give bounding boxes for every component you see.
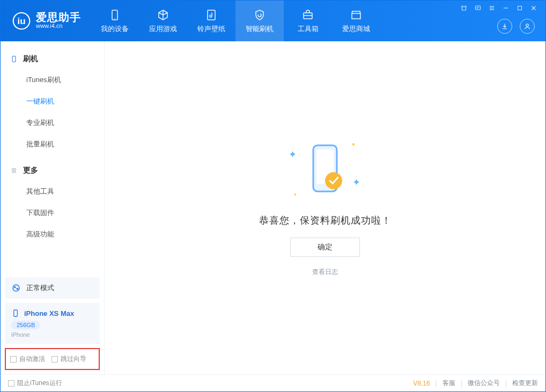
check-update-link[interactable]: 检查更新 [512,379,538,388]
app-url: www.i4.cn [36,23,81,29]
ok-button[interactable]: 确定 [290,238,360,257]
wechat-link[interactable]: 微信公众号 [468,379,500,388]
sidebar-item-batch-flash[interactable]: 批量刷机 [1,134,104,155]
close-icon[interactable] [529,4,538,12]
tab-my-device[interactable]: 我的设备 [91,1,139,41]
svg-rect-6 [475,6,480,10]
svg-point-3 [114,18,115,19]
options-highlight-box: 自动激活 跳过向导 [5,348,100,370]
minimize-icon[interactable] [501,4,510,12]
sidebar-section-flash: 刷机 [1,49,104,69]
tab-store[interactable]: 爱思商城 [332,1,380,41]
tab-apps-games[interactable]: 应用游戏 [139,1,187,41]
view-log-link[interactable]: 查看日志 [312,268,338,277]
logo: iu 爱思助手 www.i4.cn [1,12,91,30]
checkbox-block-itunes[interactable]: 阻止iTunes运行 [8,379,62,388]
store-icon [350,9,363,21]
app-header: iu 爱思助手 www.i4.cn 我的设备 应用游戏 铃声壁纸 智能刷机 工具… [1,1,545,41]
device-type: iPhone [11,331,93,338]
svg-rect-4 [208,10,215,20]
checkbox-skip-guide[interactable]: 跳过向导 [51,354,86,364]
checkbox-auto-activate[interactable]: 自动激活 [10,354,45,364]
device-capacity: 256GB [11,321,40,329]
music-file-icon [205,9,218,21]
svg-rect-9 [12,56,16,62]
list-icon [10,167,18,174]
svg-point-12 [17,288,18,289]
feedback-icon[interactable] [474,4,482,12]
svg-rect-13 [14,310,18,316]
sidebar-item-onekey-flash[interactable]: 一键刷机 [1,91,104,112]
svg-point-8 [526,24,529,27]
mode-card[interactable]: 正常模式 [5,277,100,299]
cube-icon [157,9,169,21]
device-icon [11,309,20,317]
sidebar-item-download-firmware[interactable]: 下载固件 [1,202,104,224]
sidebar: 刷机 iTunes刷机 一键刷机 专业刷机 批量刷机 更多 其他工具 下载固件 … [1,41,105,374]
svg-text:iu: iu [17,16,25,26]
maximize-icon[interactable] [515,4,524,12]
app-body: 刷机 iTunes刷机 一键刷机 专业刷机 批量刷机 更多 其他工具 下载固件 … [1,41,545,374]
tab-ringtones[interactable]: 铃声壁纸 [187,1,235,41]
version-label: V8.16 [413,380,430,387]
tab-smart-flash[interactable]: 智能刷机 [235,1,284,41]
device-icon [108,9,121,21]
svg-point-10 [13,285,19,291]
main-tabs: 我的设备 应用游戏 铃声壁纸 智能刷机 工具箱 爱思商城 [91,1,380,41]
sidebar-item-advanced[interactable]: 高级功能 [1,224,104,245]
sidebar-item-pro-flash[interactable]: 专业刷机 [1,112,104,134]
svg-point-11 [14,286,16,287]
sidebar-item-itunes-flash[interactable]: iTunes刷机 [1,69,104,91]
logo-icon: iu [12,12,31,30]
menu-icon[interactable] [488,4,496,12]
tab-toolbox[interactable]: 工具箱 [284,1,332,41]
user-button[interactable] [520,19,535,34]
sidebar-item-other-tools[interactable]: 其他工具 [1,181,104,202]
app-name: 爱思助手 [36,12,81,23]
phone-icon [10,55,18,63]
success-illustration: ✦ ● ● ✦ [293,139,357,203]
refresh-shield-icon [253,9,266,21]
download-button[interactable] [497,19,512,34]
device-name: iPhone XS Max [24,309,74,317]
success-message: 恭喜您，保资料刷机成功啦！ [259,214,392,227]
svg-rect-7 [518,6,522,10]
sidebar-section-more: 更多 [1,160,104,181]
main-panel: ✦ ● ● ✦ 恭喜您，保资料刷机成功啦！ 确定 查看日志 [105,41,545,374]
mode-icon [11,283,21,293]
svg-point-16 [325,172,342,189]
support-link[interactable]: 客服 [442,379,455,388]
toolbox-icon [301,9,314,21]
tshirt-icon[interactable] [460,4,468,12]
status-bar: 阻止iTunes运行 V8.16 | 客服 | 微信公众号 | 检查更新 [1,374,545,391]
window-controls [460,4,538,12]
device-card[interactable]: iPhone XS Max 256GB iPhone [5,303,100,344]
